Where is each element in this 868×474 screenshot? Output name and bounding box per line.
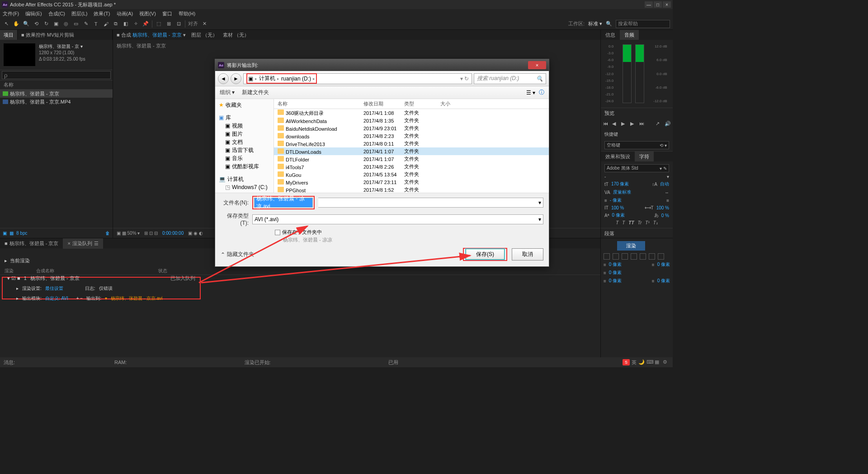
file-row[interactable]: DTLDownLoads2017/4/1 1:07文件夹 <box>274 147 549 155</box>
render-queue-item[interactable]: ▾ ☑ ■ 1 杨宗纬、张碧晨 - 京京 已加入队列 ▸渲染设置:最佳设置 日志… <box>2 277 201 299</box>
selection-tool-icon[interactable]: ↖ <box>3 20 10 28</box>
sidebar-youku[interactable]: ▣优酷影视库 <box>215 162 274 171</box>
breadcrumb-computer[interactable]: 计算机 <box>259 75 275 82</box>
keyboard-icon[interactable]: ⌨ <box>646 359 653 365</box>
tab-render-queue[interactable]: × 渲染队列 ☰ <box>63 238 103 249</box>
sidebar-computer[interactable]: 💻计算机 <box>215 175 274 183</box>
viewer-options-icon[interactable]: ⊞ ⊡ ⊟ <box>144 231 158 236</box>
snap2-icon[interactable]: ⊞ <box>165 20 172 28</box>
file-row[interactable]: downloads2017/4/8 2:23文件夹 <box>274 132 549 140</box>
file-row[interactable]: MyDrivers2017/4/7 23:11文件夹 <box>274 178 549 186</box>
snap3-icon[interactable]: ⊡ <box>175 20 182 28</box>
col-size[interactable]: 大小 <box>440 100 467 107</box>
pen-tool-icon[interactable]: ✎ <box>82 20 90 28</box>
menu-edit[interactable]: 编辑(E) <box>25 10 42 17</box>
menu-help[interactable]: 帮助(H) <box>179 10 195 17</box>
hand-tool-icon[interactable]: ✋ <box>13 20 20 28</box>
snap-icon[interactable]: ⬚ <box>155 20 162 28</box>
ime-lang[interactable]: 英 <box>632 359 637 366</box>
sidebar-documents[interactable]: ▣文档 <box>215 138 274 146</box>
prev-frame-icon[interactable]: ◀ <box>612 121 618 127</box>
brush-tool-icon[interactable]: 🖌 <box>102 20 109 28</box>
last-frame-icon[interactable]: ⏭ <box>639 121 646 127</box>
clone-tool-icon[interactable]: ⧉ <box>112 20 119 28</box>
first-frame-icon[interactable]: ⏮ <box>603 121 609 127</box>
rect-tool-icon[interactable]: ▭ <box>72 20 80 28</box>
orbit-tool-icon[interactable]: ⟲ <box>33 20 40 28</box>
moon-icon[interactable]: 🌙 <box>638 359 645 365</box>
anchor-tool-icon[interactable]: ◎ <box>62 20 70 28</box>
menu-view[interactable]: 视图(V) <box>139 10 156 17</box>
tab-footage[interactable]: 素材 （无） <box>223 32 249 38</box>
menu-composition[interactable]: 合成(C) <box>48 10 65 17</box>
tab-composition[interactable]: ■ 合成 杨宗纬、张碧晨 - 京京 ▾ <box>117 32 186 38</box>
tab-effects[interactable]: 效果和预设 <box>601 152 635 161</box>
tab-effect-controls[interactable]: ■ 效果控件 MV短片剪辑 <box>18 30 113 40</box>
tab-audio[interactable]: 音频 <box>620 30 639 40</box>
bpc-button[interactable]: 8 bpc <box>16 231 27 236</box>
save-subfolder-checkbox[interactable]: 保存在子文件夹中 <box>275 229 543 236</box>
filename-input[interactable]: 杨宗纬、张碧晨 - 凉凉.avi <box>254 198 313 208</box>
viewer-more-icon[interactable]: ▣ ◉ ◐ <box>188 231 203 236</box>
menu-effect[interactable]: 效果(T) <box>94 10 110 17</box>
nav-forward-button[interactable]: ► <box>231 73 241 84</box>
nav-back-button[interactable]: ◄ <box>218 73 229 84</box>
breadcrumb-drive[interactable]: ruanjian (D:) <box>281 76 311 82</box>
roto-tool-icon[interactable]: ✧ <box>132 20 139 28</box>
dialog-close-button[interactable]: × <box>528 61 546 69</box>
minimize-button[interactable]: — <box>645 1 653 8</box>
next-frame-icon[interactable]: ▶ <box>630 121 637 127</box>
file-row[interactable]: i4Tools72017/4/8 2:26文件夹 <box>274 163 549 171</box>
sidebar-music[interactable]: ▣音乐 <box>215 154 274 162</box>
new-folder-button[interactable]: 新建文件夹 <box>242 89 269 96</box>
cancel-button[interactable]: 取消 <box>512 248 543 261</box>
dialog-search-input[interactable]: 搜索 ruanjian (D:)🔍 <box>474 73 546 84</box>
filetype-select[interactable]: AVI (*.avi)▾ <box>252 214 543 224</box>
shortcuts-dropdown[interactable]: 空格键⟲ ▾ <box>604 141 669 149</box>
ime-icon[interactable]: S <box>623 359 630 365</box>
new-bin-icon[interactable]: ▣ <box>3 231 7 236</box>
sidebar-videos[interactable]: ▣视频 <box>215 122 274 130</box>
viewer-zoom[interactable]: ▣ ▦ 50% ▾ <box>117 231 140 236</box>
save-button[interactable]: 保存(S) <box>466 249 505 260</box>
col-name[interactable]: 名称 <box>278 100 363 107</box>
menu-layer[interactable]: 图层(L) <box>71 10 87 17</box>
output-module-link[interactable]: 自定义: AVI <box>45 295 68 302</box>
render-button[interactable]: 渲染 <box>617 241 645 251</box>
render-settings-link[interactable]: 最佳设置 <box>45 285 63 292</box>
sidebar-favorites[interactable]: ★收藏夹 <box>215 101 274 109</box>
organize-menu[interactable]: 组织 ▾ <box>220 89 235 96</box>
menu-animation[interactable]: 动画(A) <box>117 10 133 17</box>
menu-file[interactable]: 文件(F) <box>3 10 19 17</box>
col-type[interactable]: 类型 <box>404 100 440 107</box>
project-search-input[interactable] <box>2 71 111 79</box>
hide-folders-button[interactable]: ⌃ 隐藏文件夹 <box>221 251 254 258</box>
tab-info[interactable]: 信息 <box>601 30 620 40</box>
mute-icon[interactable]: 🔊 <box>665 121 671 127</box>
col-date[interactable]: 修改日期 <box>363 100 404 107</box>
workspace-dropdown[interactable]: 标准 ▾ <box>588 20 602 27</box>
viewer-timecode[interactable]: 0:00:00:00 <box>162 231 184 236</box>
sidebar-drive-c[interactable]: ◳Windows7 (C:) <box>215 183 274 191</box>
file-row[interactable]: PPGhost2017/4/8 1:52文件夹 <box>274 186 549 193</box>
camera-tool-icon[interactable]: ▣ <box>52 20 60 28</box>
sidebar-thunder[interactable]: ▣迅雷下载 <box>215 146 274 154</box>
file-row[interactable]: DriveTheLife20132017/4/8 0:11文件夹 <box>274 140 549 147</box>
play-icon[interactable]: ▶ <box>621 121 627 127</box>
align-icon[interactable]: ✕ <box>201 20 208 28</box>
maximize-button[interactable]: □ <box>654 1 662 8</box>
tab-character[interactable]: 字符 <box>635 152 654 161</box>
breadcrumb[interactable]: ▣ ▸ 计算机 ▸ ruanjian (D:) ▸ ▾ ↻ <box>243 73 472 84</box>
new-comp-icon[interactable]: ▦ <box>9 231 14 236</box>
output-file-link[interactable]: 杨宗纬、张碧晨 - 京京.avi <box>111 295 162 302</box>
col-header-name[interactable]: 名称 <box>0 81 113 90</box>
sidebar-pictures[interactable]: ▣图片 <box>215 130 274 138</box>
export-icon[interactable]: ↗ <box>656 121 662 127</box>
network-icon[interactable]: ▦ <box>655 359 661 365</box>
file-row[interactable]: KuGou2017/4/5 13:54文件夹 <box>274 171 549 178</box>
file-row[interactable]: AliWorkbenchData2017/4/8 1:35文件夹 <box>274 117 549 124</box>
file-row[interactable]: BaiduNetdiskDownload2017/4/9 23:01文件夹 <box>274 124 549 132</box>
settings-icon[interactable]: ⚙ <box>663 359 669 365</box>
trash-icon[interactable]: 🗑 <box>105 231 110 236</box>
close-button[interactable]: × <box>663 1 671 8</box>
